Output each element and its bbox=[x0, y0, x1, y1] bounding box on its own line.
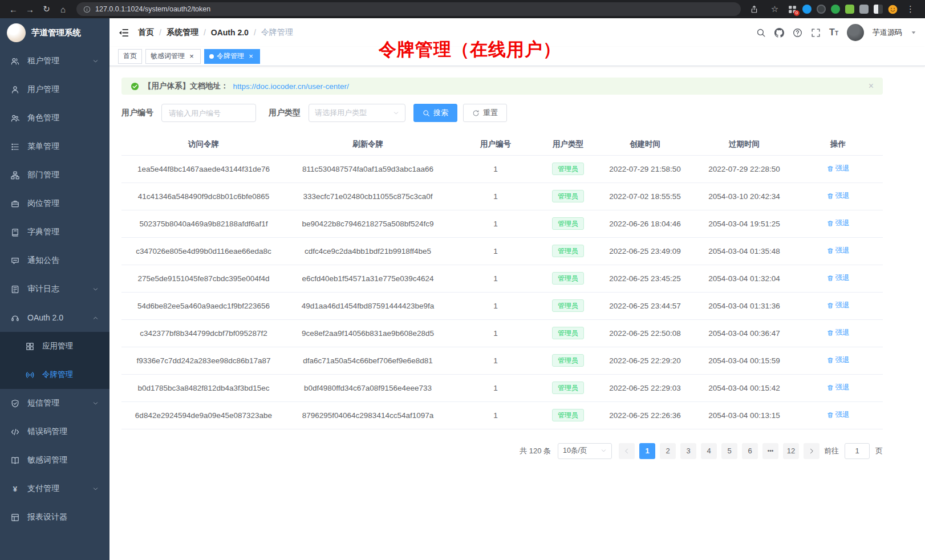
force-logout-button[interactable]: 强退 bbox=[827, 328, 850, 338]
extensions-icon[interactable]: 0 bbox=[788, 5, 797, 14]
force-logout-button[interactable]: 强退 bbox=[827, 164, 850, 173]
page-button[interactable]: 1 bbox=[639, 443, 655, 459]
user-avatar[interactable] bbox=[847, 24, 864, 41]
breadcrumb-item[interactable]: 首页 bbox=[138, 27, 154, 38]
more-pages-button[interactable]: ••• bbox=[762, 443, 778, 459]
chevron-down-icon bbox=[92, 486, 99, 492]
tab-close-icon[interactable]: × bbox=[188, 52, 196, 60]
sidebar-item[interactable]: 错误码管理 bbox=[0, 417, 109, 446]
force-logout-button[interactable]: 强退 bbox=[827, 246, 850, 255]
sidebar-item[interactable]: 应用管理 bbox=[0, 332, 109, 360]
page-size-select[interactable]: 10条/页 bbox=[558, 443, 612, 459]
sidebar-item[interactable]: 部门管理 bbox=[0, 161, 109, 189]
extension-dark-icon[interactable] bbox=[817, 5, 826, 14]
browser-menu-icon[interactable]: ⋮ bbox=[903, 2, 918, 17]
reset-button[interactable]: 重置 bbox=[463, 104, 507, 122]
sidebar-item[interactable]: 用户管理 bbox=[0, 75, 109, 104]
breadcrumb-item[interactable]: OAuth 2.0 bbox=[211, 28, 249, 37]
force-logout-button[interactable]: 强退 bbox=[827, 383, 850, 392]
sidebar-item[interactable]: 菜单管理 bbox=[0, 132, 109, 161]
sidebar-item[interactable]: 短信管理 bbox=[0, 389, 109, 417]
force-logout-button[interactable]: 强退 bbox=[827, 355, 850, 365]
search-icon[interactable] bbox=[756, 28, 766, 38]
column-header: 过期时间 bbox=[695, 133, 793, 155]
sidebar-item[interactable]: 岗位管理 bbox=[0, 189, 109, 218]
back-icon[interactable]: ← bbox=[6, 2, 21, 17]
pay-icon: ¥ bbox=[11, 485, 19, 493]
expire-time-cell: 2054-03-04 01:32:04 bbox=[695, 265, 793, 292]
access-token-cell: c342377bf8b344799dcbf7bf095287f2 bbox=[121, 319, 286, 347]
trash-icon bbox=[827, 165, 834, 172]
user-id-input[interactable] bbox=[161, 104, 256, 122]
user-name[interactable]: 芋道源码 bbox=[873, 27, 902, 38]
site-info-icon[interactable] bbox=[83, 6, 91, 13]
force-logout-button[interactable]: 强退 bbox=[827, 410, 850, 420]
user-type-tag: 管理员 bbox=[552, 409, 584, 421]
profile-avatar-icon[interactable] bbox=[888, 5, 898, 14]
sidebar-item[interactable]: 租户管理 bbox=[0, 47, 109, 75]
help-icon[interactable] bbox=[793, 28, 802, 38]
sidebar-item-label: 敏感词管理 bbox=[27, 455, 67, 465]
tab-close-icon[interactable]: × bbox=[247, 52, 255, 60]
sidebar-item[interactable]: 字典管理 bbox=[0, 218, 109, 246]
force-logout-button[interactable]: 强退 bbox=[827, 191, 850, 201]
extension-split-icon[interactable] bbox=[874, 5, 883, 14]
doc-link[interactable]: https://doc.iocoder.cn/user-center/ bbox=[233, 82, 349, 91]
force-logout-button[interactable]: 强退 bbox=[827, 218, 850, 228]
tree-icon bbox=[11, 171, 19, 180]
force-logout-button[interactable]: 强退 bbox=[827, 273, 850, 283]
page-size-value: 10条/页 bbox=[563, 446, 587, 456]
share-icon[interactable] bbox=[747, 2, 762, 17]
page-button[interactable]: 3 bbox=[680, 443, 696, 459]
extension-puzzle-gray-icon[interactable] bbox=[859, 5, 869, 14]
page-button[interactable]: 4 bbox=[701, 443, 717, 459]
force-logout-button[interactable]: 强退 bbox=[827, 301, 850, 310]
user-type-select[interactable]: 请选择用户类型 bbox=[309, 104, 405, 122]
refresh-token-cell: 49d1aa46d1454fbd87591444423be9fa bbox=[286, 292, 450, 319]
bookmark-star-icon[interactable]: ☆ bbox=[767, 2, 782, 17]
tab-item[interactable]: 敏感词管理× bbox=[145, 49, 201, 64]
sidebar-fold-icon[interactable] bbox=[118, 27, 129, 38]
forward-icon[interactable]: → bbox=[22, 2, 38, 17]
page-button[interactable]: 6 bbox=[742, 443, 758, 459]
tab-item[interactable]: 令牌管理× bbox=[204, 49, 260, 64]
tab-item[interactable]: 首页 bbox=[118, 49, 142, 64]
sidebar-item[interactable]: 通知公告 bbox=[0, 246, 109, 275]
breadcrumb-item[interactable]: 系统管理 bbox=[167, 27, 198, 38]
caret-down-icon[interactable] bbox=[911, 30, 916, 35]
sidebar-item-label: 令牌管理 bbox=[42, 370, 73, 380]
fullscreen-icon[interactable] bbox=[811, 28, 821, 38]
user-type-tag: 管理员 bbox=[552, 382, 584, 394]
column-header: 操作 bbox=[793, 133, 883, 155]
main-area: 首页/系统管理/OAuth 2.0/令牌管理 TT 芋道源码 首页敏感词管理×令… bbox=[109, 18, 925, 560]
trash-icon bbox=[827, 220, 834, 227]
extension-puzzle-green-icon[interactable] bbox=[845, 5, 854, 14]
search-button[interactable]: 搜索 bbox=[413, 104, 457, 122]
sidebar-item[interactable]: OAuth 2.0 bbox=[0, 303, 109, 332]
sidebar-item[interactable]: 审计日志 bbox=[0, 275, 109, 303]
sidebar-item[interactable]: 报表设计器 bbox=[0, 503, 109, 531]
sidebar-item-label: 审计日志 bbox=[27, 284, 59, 294]
sidebar-item[interactable]: ¥支付管理 bbox=[0, 474, 109, 503]
address-bar[interactable]: 127.0.0.1:1024/system/oauth2/token bbox=[76, 2, 741, 16]
goto-page-input[interactable] bbox=[845, 443, 870, 459]
sidebar-item[interactable]: 令牌管理 bbox=[0, 360, 109, 389]
chevron-down-icon bbox=[92, 400, 99, 407]
page-button[interactable]: 12 bbox=[783, 443, 799, 459]
home-icon[interactable]: ⌂ bbox=[55, 2, 71, 17]
extension-green-icon[interactable] bbox=[831, 5, 840, 14]
create-time-cell: 2022-06-25 22:50:08 bbox=[595, 319, 695, 347]
sidebar-item[interactable]: 角色管理 bbox=[0, 104, 109, 132]
app-logo[interactable]: 芋道管理系统 bbox=[0, 18, 109, 47]
refresh-token-cell: cdfc4ce9c2da4bb1bdf21b9918ff4be5 bbox=[286, 237, 450, 265]
github-icon[interactable] bbox=[774, 28, 784, 38]
font-size-icon[interactable]: TT bbox=[829, 28, 838, 37]
reload-icon[interactable]: ↻ bbox=[39, 2, 54, 17]
next-page-button[interactable] bbox=[804, 443, 819, 459]
page-button[interactable]: 2 bbox=[660, 443, 676, 459]
page-button[interactable]: 5 bbox=[721, 443, 737, 459]
alert-close-icon[interactable]: × bbox=[869, 82, 874, 91]
extension-blue-icon[interactable] bbox=[802, 5, 812, 14]
prev-page-button[interactable] bbox=[619, 443, 635, 459]
sidebar-item[interactable]: 敏感词管理 bbox=[0, 446, 109, 474]
